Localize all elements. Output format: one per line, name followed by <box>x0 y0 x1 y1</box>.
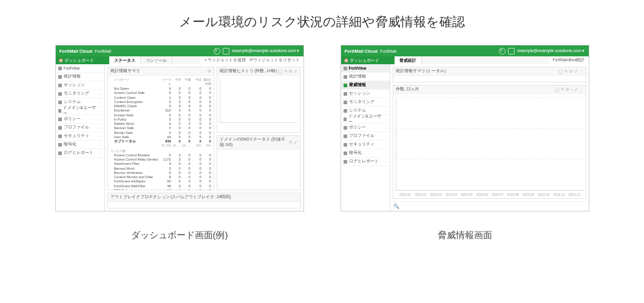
session-icon <box>344 92 347 96</box>
sidebar-item-ドメイン&ユーザー[interactable]: ドメイン&ユーザー› <box>56 107 104 115</box>
threat-screenshot: FortiMail Cloud FortiMail ? example@exam… <box>341 45 589 241</box>
sidebar-item-label: モニタリング <box>349 99 375 105</box>
account-menu[interactable]: example@example-solutions.com ▾ <box>232 48 299 53</box>
search-row: 🔍 <box>390 201 589 211</box>
sidebar-item-モニタリング[interactable]: モニタリング› <box>56 90 104 98</box>
chevron-right-icon: › <box>101 152 102 155</box>
outbreak-title: アウトブレイクプロテクション (スパムアウトブレイク: 24時間) <box>110 195 231 200</box>
threat-tabs: 脅威統計 <box>395 56 549 64</box>
sidebar-item-プロファイル[interactable]: プロファイル› <box>56 124 104 132</box>
titlebar: FortiMail Cloud FortiMail ? example@exam… <box>56 45 303 56</box>
dashboard-home[interactable]: 🏠 ダッシュボード <box>341 56 395 64</box>
fullscreen-icon[interactable] <box>223 48 229 55</box>
chart-icon <box>344 67 347 70</box>
sidebar-item-label: セキュリティ <box>349 142 375 147</box>
sidebar-item-FortiView[interactable]: FortiView <box>56 64 104 73</box>
search-icon[interactable]: 🔍 <box>393 204 399 209</box>
sidebar-item-暗号化[interactable]: 暗号化› <box>341 149 390 158</box>
chevron-right-icon: › <box>386 101 387 104</box>
sidebar-item-label: セッション <box>64 82 85 88</box>
sidebar-item-label: 暗号化 <box>349 150 362 156</box>
monitor-icon <box>344 101 347 104</box>
stats-summary-widget: 統計情報サマリ ⟳ メッセージトータル今月今週今日過去1時間Not Spam60… <box>107 67 214 190</box>
reset-widgets[interactable]: ⟳ウィジェットをリセット <box>249 58 300 63</box>
sidebar-item-FortiView[interactable]: FortiView <box>341 64 390 73</box>
dashboard-home[interactable]: 🏠 ダッシュボード <box>56 56 109 64</box>
sidebar-item-label: ドメイン&ユーザー <box>348 114 384 125</box>
chevron-right-icon: › <box>386 152 387 155</box>
stats-icon <box>344 75 347 79</box>
session-icon <box>58 84 62 87</box>
log-icon <box>58 152 62 155</box>
sidebar-item-ドメイン&ユーザー[interactable]: ドメイン&ユーザー› <box>341 115 390 124</box>
sidebar-item-セッション[interactable]: セッション <box>56 81 104 90</box>
brand-name: FortiMail Cloud <box>345 48 378 54</box>
chevron-right-icon: › <box>101 135 102 138</box>
refresh-icon[interactable]: ⟳ <box>208 69 211 74</box>
chevron-right-icon: › <box>386 109 387 113</box>
titlebar: FortiMail Cloud FortiMail ? example@exam… <box>341 45 589 56</box>
chevron-right-icon: › <box>386 135 387 138</box>
sidebar-item-label: セッション <box>349 91 370 96</box>
sidebar-item-label: 統計情報 <box>64 74 81 79</box>
chevron-right-icon: › <box>101 143 102 147</box>
history-title: 統計情報ヒストリ (件数, 1H毎) <box>220 68 277 74</box>
chevron-right-icon: › <box>386 143 387 147</box>
widget-actions: ＋ウィジェットを追加 ⟳ウィジェットをリセット <box>200 56 303 64</box>
lock-icon <box>58 135 62 138</box>
tab-ステータス[interactable]: ステータス <box>109 56 141 64</box>
sidebar-item-統計情報[interactable]: 統計情報 <box>56 73 104 81</box>
chevron-right-icon: › <box>101 101 102 104</box>
stats-summary-title: 統計情報サマリ <box>110 68 140 74</box>
sidebar-item-モニタリング[interactable]: モニタリング› <box>341 98 390 107</box>
chevron-right-icon: › <box>101 118 102 121</box>
sidebar-item-label: ログとレポート <box>349 159 379 164</box>
profile-icon <box>58 126 62 130</box>
left-caption: ダッシュボード画面(例) <box>131 230 228 241</box>
add-widget[interactable]: ＋ウィジェットを追加 <box>203 58 246 63</box>
sidebar-item-セキュリティ[interactable]: セキュリティ› <box>56 132 104 141</box>
sidebar-item-label: ドメイン&ユーザー <box>63 105 98 116</box>
sidebar-item-label: プロファイル <box>349 133 375 139</box>
sidebar-item-label: ポリシー <box>64 116 81 122</box>
help-icon[interactable]: ? <box>214 48 220 55</box>
help-icon[interactable]: ? <box>499 48 506 55</box>
sidebar-item-脅威情報[interactable]: 脅威情報 <box>341 81 390 90</box>
stats-icon <box>58 75 62 79</box>
sidebar-item-統計情報[interactable]: 統計情報 <box>341 73 390 81</box>
sidebar: FortiView統計情報脅威情報セッションモニタリング›システム›ドメイン&ユ… <box>341 64 390 211</box>
sidebar-item-ポリシー[interactable]: ポリシー› <box>56 115 104 124</box>
sidebar-item-ログとレポート[interactable]: ログとレポート› <box>56 149 104 158</box>
dashboard-tabs: ステータスコンソール <box>109 56 200 64</box>
gear-icon <box>58 101 62 104</box>
sidebar-item-ログとレポート[interactable]: ログとレポート› <box>341 158 390 166</box>
brand-product: FortiMail <box>95 49 111 53</box>
sidebar-item-label: 統計情報 <box>349 74 366 79</box>
tab-コンソール[interactable]: コンソール <box>141 56 172 64</box>
outbreak-widget: アウトブレイクプロテクション (スパムアウトブレイク: 24時間) <box>107 193 301 208</box>
policy-icon <box>58 118 62 121</box>
sidebar: FortiView統計情報セッションモニタリング›システム›ドメイン&ユーザー›… <box>56 64 105 211</box>
sidebar-item-label: モニタリング <box>64 91 89 96</box>
sidebar-item-暗号化[interactable]: 暗号化› <box>56 141 104 149</box>
chart-icon <box>58 67 62 70</box>
summary-pies-widget: 統計情報サマリ (トータル) ◯✎⟳⤢⋮ <box>393 67 586 82</box>
sidebar-item-label: FortiView <box>64 66 80 70</box>
breadcrumb: FortiSandbox統計 <box>553 58 585 63</box>
profile-icon <box>344 135 347 138</box>
account-menu[interactable]: example@example-solutions.com ▾ <box>517 48 585 53</box>
history-widget: 統計情報ヒストリ (件数, 1H毎) ◯✎⟳⤢ <box>217 67 301 133</box>
sidebar-item-ポリシー[interactable]: ポリシー› <box>341 124 390 132</box>
user-icon <box>58 109 62 113</box>
sidebar-item-セキュリティ[interactable]: セキュリティ› <box>341 141 390 149</box>
monthly-title: 件数, 12ヵ月 <box>396 87 419 92</box>
sidebar-item-label: システム <box>349 108 366 113</box>
sidebar-item-label: 脅威情報 <box>349 82 366 88</box>
chevron-right-icon: › <box>386 118 387 121</box>
sidebar-item-セッション[interactable]: セッション <box>341 90 390 98</box>
tab-脅威統計[interactable]: 脅威統計 <box>395 56 422 64</box>
fullscreen-icon[interactable] <box>508 48 515 55</box>
sidebar-item-label: セキュリティ <box>64 133 89 139</box>
sidebar-item-label: 暗号化 <box>64 142 76 147</box>
sidebar-item-プロファイル[interactable]: プロファイル› <box>341 132 390 141</box>
